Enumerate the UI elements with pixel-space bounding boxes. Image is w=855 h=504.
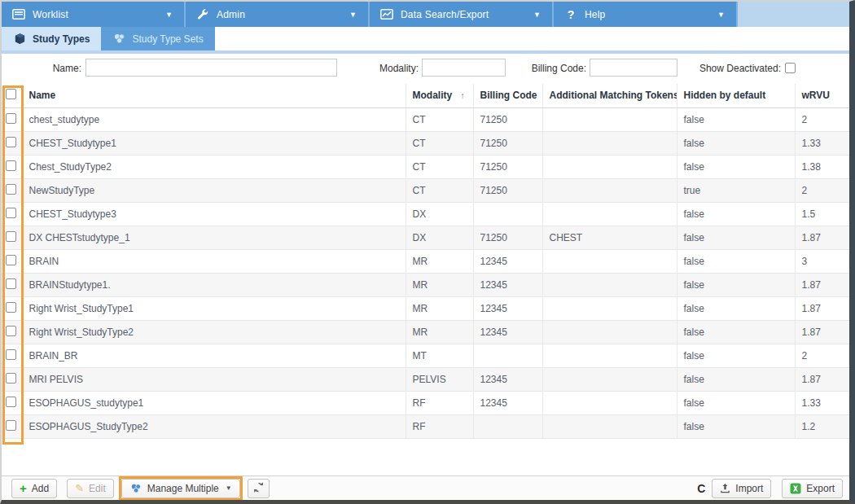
- edit-button-label: Edit: [89, 483, 106, 494]
- cluster-icon: [112, 32, 126, 46]
- table-row[interactable]: Right Wrist_StudyType1MR12345false1.87: [2, 296, 849, 320]
- refresh-button[interactable]: [248, 479, 270, 498]
- row-checkbox-cell[interactable]: [2, 320, 22, 344]
- table-row[interactable]: BRAINMR12345false3: [2, 249, 849, 273]
- cell-hidden: false: [677, 131, 795, 155]
- manage-multiple-button[interactable]: Manage Multiple ▼: [121, 479, 240, 498]
- table-header-row: Name Modality↑ Billing Code Additional M…: [2, 84, 849, 107]
- table-row[interactable]: BRAIN_BRMTfalse2: [2, 344, 849, 367]
- cell-tokens: [542, 131, 677, 155]
- table-row[interactable]: NewStudyTypeCT71250true2: [2, 178, 849, 202]
- cell-tokens: [542, 320, 677, 344]
- cell-name: Right Wrist_StudyType1: [22, 296, 406, 320]
- table-row[interactable]: BRAINStudytype1.MR12345false1.87: [2, 273, 849, 296]
- chart-icon: [379, 8, 394, 20]
- cell-tokens: [542, 155, 677, 178]
- row-checkbox-cell[interactable]: [2, 178, 22, 202]
- col-header-modality[interactable]: Modality↑: [406, 84, 473, 107]
- main-menubar: Worklist ▼ Admin ▼ Data Search/Export ▼ …: [2, 2, 849, 27]
- table-row[interactable]: ESOPHAGUS_StudyType2RFfalse1.2: [2, 414, 849, 438]
- cell-modality: DX: [406, 202, 473, 226]
- cell-name: ESOPHAGUS_studytype1: [22, 391, 406, 414]
- row-checkbox[interactable]: [6, 397, 16, 407]
- row-checkbox[interactable]: [6, 349, 16, 360]
- cell-hidden: false: [677, 226, 795, 249]
- row-checkbox-cell[interactable]: [2, 249, 22, 273]
- cell-modality: MR: [406, 320, 473, 344]
- row-checkbox[interactable]: [6, 184, 16, 195]
- row-checkbox-cell[interactable]: [2, 273, 22, 296]
- row-checkbox-cell[interactable]: [2, 391, 22, 414]
- col-header-tokens[interactable]: Additional Matching Tokens: [542, 84, 677, 107]
- row-checkbox-cell[interactable]: [2, 107, 22, 131]
- import-button[interactable]: Import: [712, 479, 771, 498]
- col-header-wrvu[interactable]: wRVU: [795, 84, 849, 107]
- tab-study-type-sets[interactable]: Study Type Sets: [101, 27, 214, 50]
- row-checkbox[interactable]: [6, 160, 16, 171]
- row-checkbox[interactable]: [6, 373, 16, 383]
- row-checkbox-cell[interactable]: [2, 202, 22, 226]
- chevron-down-icon: ▼: [349, 11, 360, 19]
- menu-worklist[interactable]: Worklist ▼: [2, 2, 186, 27]
- cell-hidden: false: [677, 320, 795, 344]
- bottom-toolbar: + Add ✎ Edit Manage Multiple ▼ C: [2, 476, 849, 501]
- menu-data-search-export[interactable]: Data Search/Export ▼: [370, 2, 554, 27]
- table-row[interactable]: Chest_StudyType2CT71250false1.38: [2, 155, 849, 178]
- row-checkbox-cell[interactable]: [2, 296, 22, 320]
- row-checkbox-cell[interactable]: [2, 344, 22, 367]
- cell-tokens: [542, 178, 677, 202]
- row-checkbox[interactable]: [6, 278, 16, 289]
- cell-modality: MT: [406, 344, 473, 367]
- select-all-checkbox[interactable]: [6, 89, 16, 99]
- cell-modality: RF: [406, 414, 473, 438]
- table-row[interactable]: chest_studytypeCT71250false2: [2, 107, 849, 131]
- menu-help[interactable]: ? Help ▼: [554, 2, 738, 27]
- select-all-cell[interactable]: [2, 84, 22, 107]
- menubar-filler: [738, 2, 849, 27]
- cell-wrvu: 1.33: [795, 391, 849, 414]
- table-row[interactable]: CHEST_Studytype3DXfalse1.5: [2, 202, 849, 226]
- col-header-hidden[interactable]: Hidden by default: [677, 84, 795, 107]
- row-checkbox-cell[interactable]: [2, 367, 22, 391]
- show-deactivated-checkbox[interactable]: [785, 63, 796, 73]
- row-checkbox-cell[interactable]: [2, 131, 22, 155]
- row-checkbox[interactable]: [6, 113, 16, 124]
- row-checkbox-cell[interactable]: [2, 414, 22, 438]
- col-header-name[interactable]: Name: [22, 84, 406, 107]
- row-checkbox-cell[interactable]: [2, 226, 22, 249]
- menu-label: Admin: [217, 9, 349, 20]
- name-filter-input[interactable]: [86, 59, 337, 77]
- cell-hidden: false: [677, 155, 795, 178]
- tab-study-types[interactable]: Study Types: [2, 27, 101, 50]
- menu-admin[interactable]: Admin ▼: [186, 2, 370, 27]
- menu-label: Data Search/Export: [401, 9, 533, 20]
- cell-wrvu: 2: [795, 178, 849, 202]
- cell-wrvu: 3: [795, 249, 849, 273]
- row-checkbox[interactable]: [6, 420, 16, 431]
- table-row[interactable]: Right Wrist_StudyType2MR12345false1.87: [2, 320, 849, 344]
- table-row[interactable]: MRI PELVISPELVIS12345false1.87: [2, 367, 849, 391]
- study-types-admin-window: Worklist ▼ Admin ▼ Data Search/Export ▼ …: [0, 0, 855, 504]
- row-checkbox[interactable]: [6, 302, 16, 313]
- cell-billing: 12345: [473, 367, 542, 391]
- row-checkbox[interactable]: [6, 255, 16, 265]
- cell-hidden: false: [677, 391, 795, 414]
- add-button[interactable]: + Add: [11, 479, 57, 498]
- billing-code-filter-label: Billing Code:: [470, 63, 586, 74]
- cell-tokens: [542, 273, 677, 296]
- edit-button[interactable]: ✎ Edit: [67, 479, 114, 498]
- row-checkbox[interactable]: [6, 137, 16, 147]
- table-row[interactable]: CHEST_Studytype1CT71250false1.33: [2, 131, 849, 155]
- table-row[interactable]: ESOPHAGUS_studytype1RF12345false1.33: [2, 391, 849, 414]
- table-row[interactable]: DX CHESTstudytype_1DX71250CHESTfalse1.87: [2, 226, 849, 249]
- export-button[interactable]: Export: [782, 479, 843, 498]
- row-checkbox[interactable]: [6, 208, 16, 218]
- cell-tokens: [542, 367, 677, 391]
- cell-billing: 71250: [473, 155, 542, 178]
- row-checkbox-cell[interactable]: [2, 155, 22, 178]
- col-header-billing-code[interactable]: Billing Code: [473, 84, 542, 107]
- row-checkbox[interactable]: [6, 231, 16, 242]
- manage-multiple-highlight: Manage Multiple ▼: [119, 476, 243, 501]
- row-checkbox[interactable]: [6, 326, 16, 336]
- partial-spinner-glyph: C: [697, 482, 705, 495]
